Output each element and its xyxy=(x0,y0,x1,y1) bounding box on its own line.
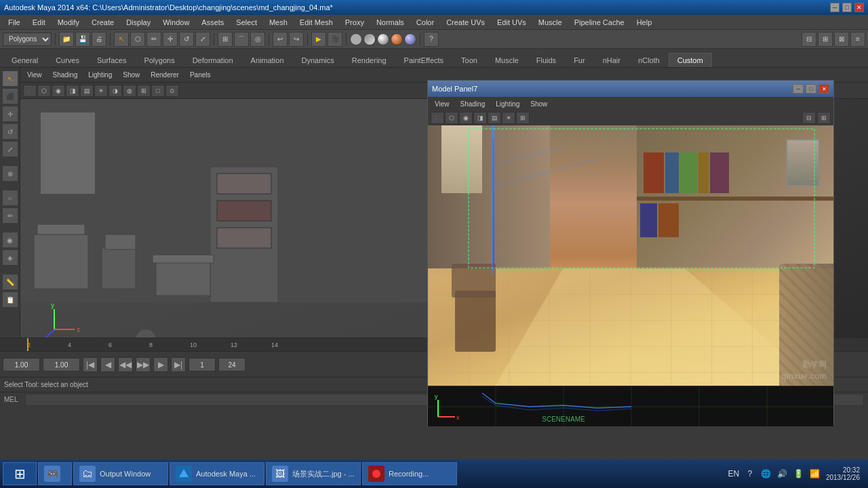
model-panel-canvas[interactable]: 勤学网qinxue.com xyxy=(428,125,833,386)
next-frame-btn[interactable]: ▶ xyxy=(153,357,168,372)
menu-help[interactable]: Help xyxy=(631,17,658,28)
prev-frame-btn[interactable]: ◀ xyxy=(100,357,115,372)
vp-tool-isolate[interactable]: ⊙ xyxy=(165,85,179,97)
lang-icon[interactable]: EN xyxy=(728,468,739,479)
close-button[interactable]: ✕ xyxy=(854,3,864,12)
vp-tool-camera[interactable]: 🎥 xyxy=(23,85,37,97)
tab-deformation[interactable]: Deformation xyxy=(184,53,242,67)
tool-rotate-icon[interactable]: ↺ xyxy=(2,123,18,140)
tab-dynamics[interactable]: Dynamics xyxy=(293,53,343,67)
tool-scale[interactable]: ⤢ xyxy=(195,32,210,47)
panel-minimize-btn[interactable]: ─ xyxy=(793,84,804,94)
menu-create-uvs[interactable]: Create UVs xyxy=(441,17,490,28)
taskbar-item-output[interactable]: 🗂 Output Window xyxy=(73,462,168,485)
vp-tool-grid[interactable]: ⊞ xyxy=(137,85,151,97)
tool-select[interactable]: ↖ xyxy=(114,32,129,47)
end-time-field[interactable] xyxy=(43,358,80,371)
panel-tool-grid[interactable]: ⊞ xyxy=(516,112,530,124)
tool-history[interactable]: ↩ xyxy=(273,32,288,47)
tool-snap-grid[interactable]: ⊞ xyxy=(218,32,233,47)
menu-display[interactable]: Display xyxy=(121,17,156,28)
minimize-button[interactable]: ─ xyxy=(830,3,840,12)
vp-tool-smooth[interactable]: ◉ xyxy=(52,85,65,97)
menu-normals[interactable]: Normals xyxy=(371,17,410,28)
tool-annotation[interactable]: 📋 xyxy=(2,291,18,308)
tool-measure[interactable]: 📏 xyxy=(2,274,18,290)
tab-fur[interactable]: Fur xyxy=(565,53,594,67)
panel-menu-show[interactable]: Show xyxy=(526,99,551,109)
tool-scale-icon[interactable]: ⤢ xyxy=(2,141,18,157)
vp-menu-view[interactable]: View xyxy=(23,70,46,80)
tab-muscle[interactable]: Muscle xyxy=(486,53,528,67)
panel-menu-view[interactable]: View xyxy=(431,99,454,109)
panel-tool-layout2[interactable]: ⊞ xyxy=(817,112,831,124)
tool-softmod[interactable]: ◉ xyxy=(2,232,18,248)
tool-btn-3[interactable]: 🖨 xyxy=(92,32,106,47)
tab-toon[interactable]: Toon xyxy=(452,53,486,67)
menu-assets[interactable]: Assets xyxy=(196,17,229,28)
shade-texture[interactable] xyxy=(391,33,403,45)
step-forward-btn[interactable]: ▶| xyxy=(171,357,186,372)
shade-smooth[interactable] xyxy=(377,33,389,45)
tool-btn-2[interactable]: 💾 xyxy=(75,32,90,47)
tool-show-manip[interactable]: ⊕ xyxy=(2,165,18,182)
tool-right-3[interactable]: ⊠ xyxy=(834,32,849,47)
vp-tool-shaded[interactable]: ◨ xyxy=(66,85,79,97)
tool-right-1[interactable]: ⊟ xyxy=(802,32,816,47)
tool-paint[interactable]: ✏ xyxy=(146,32,161,47)
panel-tool-smooth[interactable]: ◉ xyxy=(459,112,473,124)
start-time-field[interactable] xyxy=(3,358,40,371)
tool-right-2[interactable]: ⊞ xyxy=(818,32,833,47)
tool-snap-curve[interactable]: ⌒ xyxy=(234,32,249,47)
menu-select[interactable]: Select xyxy=(231,17,262,28)
menu-modify[interactable]: Modify xyxy=(52,17,85,28)
tab-animation[interactable]: Animation xyxy=(242,53,293,67)
play-forward-btn[interactable]: ▶▶ xyxy=(136,357,151,372)
menu-edit-uvs[interactable]: Edit UVs xyxy=(492,17,532,28)
tool-sculpt[interactable]: ◈ xyxy=(2,249,18,266)
shade-wire[interactable] xyxy=(350,33,362,45)
tool-redo[interactable]: ↪ xyxy=(289,32,304,47)
panel-tool-camera[interactable]: 🎥 xyxy=(431,112,444,124)
ipr-btn[interactable]: 🎥 xyxy=(328,32,342,47)
panel-maximize-btn[interactable]: □ xyxy=(806,84,816,94)
tab-polygons[interactable]: Polygons xyxy=(135,53,183,67)
tool-misc1[interactable]: ? xyxy=(424,32,439,47)
tool-rotate[interactable]: ↺ xyxy=(179,32,194,47)
vp-menu-panels[interactable]: Panels xyxy=(186,70,215,80)
menu-edit[interactable]: Edit xyxy=(27,17,51,28)
menu-mesh[interactable]: Mesh xyxy=(264,17,293,28)
taskbar-item-recording[interactable]: Recording... xyxy=(362,462,457,485)
menu-file[interactable]: File xyxy=(3,17,26,28)
vp-tool-lights[interactable]: ☀ xyxy=(94,85,108,97)
panel-menu-lighting[interactable]: Lighting xyxy=(492,99,524,109)
taskbar-item-maya-icon[interactable]: 🎮 xyxy=(38,462,72,485)
menu-proxy[interactable]: Proxy xyxy=(340,17,370,28)
menu-create[interactable]: Create xyxy=(86,17,119,28)
vp-tool-textured[interactable]: ▤ xyxy=(80,85,94,97)
panel-tool-layout1[interactable]: ⊟ xyxy=(802,112,816,124)
vp-tool-hud[interactable]: □ xyxy=(151,85,165,97)
render-btn[interactable]: ▶ xyxy=(311,32,326,47)
model-panel-titlebar[interactable]: Model Panel7 ─ □ ✕ xyxy=(428,81,833,97)
menu-window[interactable]: Window xyxy=(157,17,195,28)
vp-tool-ao[interactable]: ◍ xyxy=(123,85,136,97)
menu-color[interactable]: Color xyxy=(411,17,439,28)
tab-rendering[interactable]: Rendering xyxy=(343,53,395,67)
tab-fluids[interactable]: Fluids xyxy=(528,53,565,67)
panel-menu-shading[interactable]: Shading xyxy=(456,99,490,109)
vp-menu-lighting[interactable]: Lighting xyxy=(84,70,116,80)
maximize-button[interactable]: □ xyxy=(842,3,852,12)
panel-tool-lights[interactable]: ☀ xyxy=(502,112,515,124)
panel-tool-shaded[interactable]: ◨ xyxy=(473,112,487,124)
start-button[interactable]: ⊞ xyxy=(3,462,37,485)
tool-btn-1[interactable]: 📁 xyxy=(59,32,74,47)
tab-general[interactable]: General xyxy=(3,53,47,67)
menu-muscle[interactable]: Muscle xyxy=(533,17,568,28)
shade-flat[interactable] xyxy=(363,33,376,45)
tab-curves[interactable]: Curves xyxy=(47,53,88,67)
vp-tool-wire[interactable]: ⬡ xyxy=(37,85,51,97)
model-panel-bottom[interactable]: x y SCENENAME xyxy=(428,386,833,426)
tool-lasso[interactable]: ⬡ xyxy=(130,32,145,47)
vp-tool-shadows[interactable]: ◑ xyxy=(108,85,122,97)
